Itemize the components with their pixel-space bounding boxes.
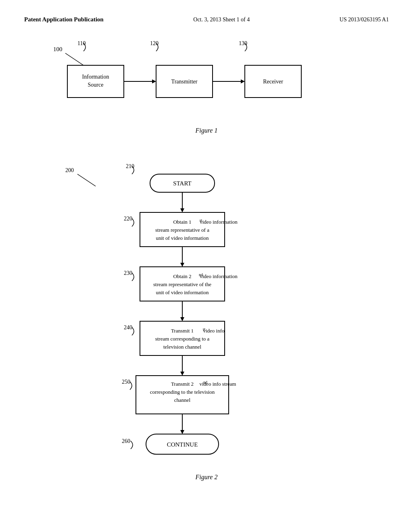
- svg-text:Receiver: Receiver: [263, 79, 283, 85]
- figure-2-label: Figure 2: [24, 474, 389, 481]
- svg-marker-58: [180, 430, 184, 434]
- svg-marker-31: [180, 263, 184, 267]
- svg-text:220: 220: [124, 216, 132, 222]
- svg-text:Obtain 1: Obtain 1: [173, 219, 191, 225]
- svg-text:200: 200: [65, 167, 74, 173]
- svg-text:Information: Information: [82, 74, 109, 80]
- svg-text:230: 230: [124, 270, 132, 276]
- svg-marker-22: [180, 208, 184, 212]
- svg-text:video information: video information: [200, 273, 238, 279]
- svg-text:video info: video info: [203, 328, 224, 334]
- diagram-area: 100 110 Information Source 120 Transmitt…: [24, 35, 389, 482]
- svg-text:unit of video information: unit of video information: [156, 235, 209, 241]
- svg-text:corresponding to the televisio: corresponding to the television: [150, 389, 215, 395]
- figure-1-label: Figure 1: [24, 127, 389, 134]
- svg-text:television channel: television channel: [163, 344, 202, 350]
- svg-text:210: 210: [126, 163, 134, 169]
- svg-text:CONTINUE: CONTINUE: [167, 441, 198, 448]
- header-left: Patent Application Publication: [24, 16, 104, 23]
- svg-text:stream representative of the: stream representative of the: [153, 281, 211, 287]
- svg-marker-12: [241, 79, 245, 83]
- page-header: Patent Application Publication Oct. 3, 2…: [24, 16, 389, 23]
- figure-2-container: 200 210 START 220 Obtain 1 st video info…: [24, 152, 389, 482]
- svg-text:Transmitter: Transmitter: [171, 79, 198, 85]
- svg-marker-7: [152, 79, 156, 83]
- figure-1-container: 100 110 Information Source 120 Transmitt…: [24, 35, 389, 140]
- svg-text:130: 130: [239, 40, 247, 46]
- svg-line-17: [77, 174, 96, 186]
- svg-text:250: 250: [122, 379, 130, 385]
- svg-text:110: 110: [77, 40, 86, 46]
- svg-text:Obtain 2: Obtain 2: [173, 273, 191, 279]
- svg-text:video info stream: video info stream: [200, 381, 236, 387]
- svg-marker-40: [180, 317, 184, 321]
- header-center: Oct. 3, 2013 Sheet 1 of 4: [193, 17, 250, 23]
- svg-text:Transmit 2: Transmit 2: [171, 381, 194, 387]
- page: Patent Application Publication Oct. 3, 2…: [0, 0, 413, 532]
- svg-rect-3: [67, 65, 124, 98]
- svg-text:video information: video information: [200, 219, 238, 225]
- svg-text:260: 260: [122, 438, 130, 444]
- svg-line-1: [65, 53, 83, 65]
- svg-text:unit of video information: unit of video information: [156, 289, 209, 295]
- header-right: US 2013/0263195 A1: [340, 17, 389, 23]
- svg-text:channel: channel: [174, 397, 191, 403]
- svg-text:Transmit 1: Transmit 1: [171, 328, 194, 334]
- svg-text:Source: Source: [88, 82, 104, 88]
- svg-text:240: 240: [124, 324, 132, 330]
- svg-text:START: START: [173, 180, 191, 187]
- svg-text:stream corresponding to a: stream corresponding to a: [155, 336, 210, 342]
- svg-text:100: 100: [53, 46, 63, 52]
- svg-text:stream representative of a: stream representative of a: [155, 227, 209, 233]
- svg-text:120: 120: [150, 40, 159, 46]
- svg-marker-49: [180, 372, 184, 376]
